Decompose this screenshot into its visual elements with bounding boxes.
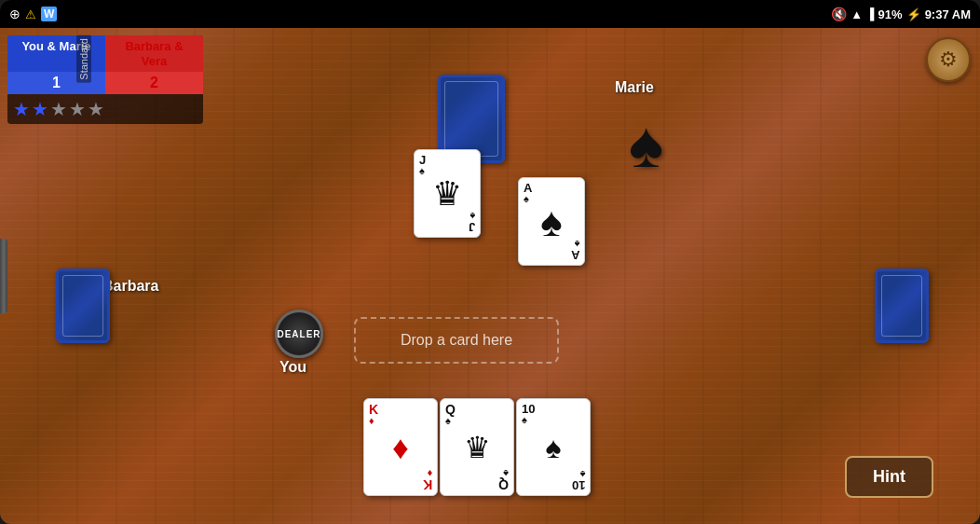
drop-zone[interactable]: Drop a card here [354, 317, 559, 364]
hint-button[interactable]: Hint [845, 456, 933, 498]
signal-icon: ▐ [866, 7, 875, 21]
card-ten-center: ♠ [546, 430, 562, 464]
card-jack-top: J ♠ [419, 154, 426, 176]
score-header: You & Marie Barbara & Vera [7, 35, 203, 72]
mute-icon: 🔇 [831, 7, 847, 21]
card-queen-spades[interactable]: Q ♠ ♛ Q ♠ [440, 398, 514, 496]
player-marie-label: Marie [615, 79, 654, 96]
card-ace-spades[interactable]: A ♠ ♠ A ♠ [518, 177, 585, 266]
settings-icon: ⚙ [939, 48, 958, 72]
card-jack-center: ♛ [432, 174, 462, 214]
usb-icon: ⊕ [9, 7, 20, 21]
card-ace-bottom: A ♠ [571, 239, 579, 261]
card-ace-top: A ♠ [524, 182, 532, 204]
hint-button-label: Hint [873, 467, 905, 486]
card-ten-spades[interactable]: 10 ♠ ♠ 10 ♠ [516, 398, 591, 496]
drop-zone-label: Drop a card here [401, 332, 512, 349]
player-barbara-label: Barbara [102, 278, 158, 295]
marie-spade-symbol: ♠ [629, 107, 663, 182]
star-2: ★ [32, 98, 48, 120]
status-right-icons: 🔇 ▲ ▐ 91% ⚡ 9:37 AM [831, 7, 971, 21]
w-app-icon: W [41, 7, 57, 21]
card-king-top: K ♦ [369, 403, 378, 426]
side-grip [0, 239, 7, 313]
status-left-icons: ⊕ ⚠ W [9, 7, 57, 21]
stars-row: ★ ★ ★ ★ ★ [7, 94, 203, 124]
star-4: ★ [69, 98, 86, 120]
settings-button[interactable]: ⚙ [926, 37, 971, 82]
star-1: ★ [13, 98, 30, 120]
card-ace-center: ♠ [540, 199, 562, 245]
battery-percent: 91% [878, 7, 903, 21]
dealer-chip: DEALER [275, 310, 323, 358]
card-jack-spades[interactable]: J ♠ ♛ J ♠ [414, 149, 481, 238]
card-ten-bottom: 10 ♠ [572, 469, 585, 491]
device-frame: ⊕ ⚠ W 🔇 ▲ ▐ 91% ⚡ 9:37 AM You & Marie Ba… [0, 0, 980, 524]
card-barbara-facedown [56, 269, 110, 343]
star-5: ★ [88, 98, 104, 120]
status-bar: ⊕ ⚠ W 🔇 ▲ ▐ 91% ⚡ 9:37 AM [0, 0, 980, 28]
wifi-icon: ▲ [851, 7, 863, 21]
alert-icon: ⚠ [25, 7, 36, 21]
score-red: 2 [105, 72, 203, 94]
score-panel: You & Marie Barbara & Vera 1 2 ★ ★ ★ ★ ★ [7, 35, 203, 124]
card-jack-bottom: J ♠ [469, 211, 475, 233]
card-queen-top: Q ♠ [445, 403, 456, 426]
player-you-label: You [279, 359, 306, 376]
game-mode-label: Standard [76, 35, 91, 83]
game-area: You & Marie Barbara & Vera 1 2 ★ ★ ★ ★ ★… [0, 28, 980, 524]
star-3: ★ [50, 98, 67, 120]
card-queen-center: ♛ [464, 430, 491, 465]
card-king-center: ♦ [392, 429, 409, 466]
card-queen-bottom: Q ♠ [498, 468, 509, 491]
battery-icon: ⚡ [906, 7, 921, 21]
dealer-chip-text: DEALER [277, 329, 320, 339]
score-numbers: 1 2 [7, 72, 203, 94]
card-vera-facedown [875, 269, 929, 343]
team-barbara-vera: Barbara & Vera [105, 35, 203, 72]
card-king-bottom: K ♦ [423, 468, 432, 491]
time-display: 9:37 AM [925, 7, 971, 21]
card-king-diamonds[interactable]: K ♦ ♦ K ♦ [363, 398, 438, 496]
card-ten-top: 10 ♠ [522, 403, 535, 425]
